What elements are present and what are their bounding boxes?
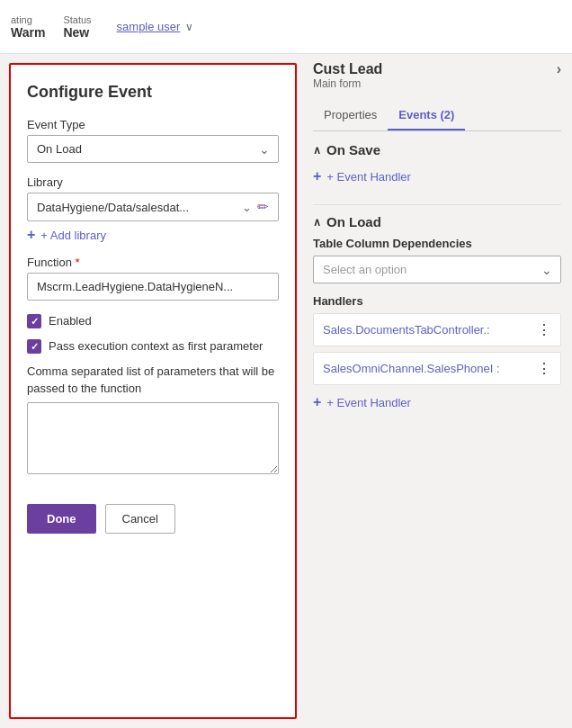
pass-execution-checkbox[interactable] xyxy=(27,339,41,354)
params-textarea[interactable] xyxy=(27,402,279,474)
plus-icon: + xyxy=(27,227,35,243)
handler-name-2[interactable]: SalesOmniChannel.SalesPhoneI : xyxy=(323,362,537,375)
on-load-label: On Load xyxy=(326,214,381,229)
function-input[interactable] xyxy=(27,273,279,301)
main-content: Configure Event Event Type On Load Libra… xyxy=(0,54,572,728)
table-column-select-wrapper[interactable]: Select an option xyxy=(313,256,561,283)
on-load-section-header: ∧ On Load xyxy=(313,214,561,229)
pass-execution-checkbox-row: Pass execution context as first paramete… xyxy=(27,338,279,355)
enabled-label: Enabled xyxy=(49,313,92,329)
enabled-checkbox[interactable] xyxy=(27,314,41,328)
chevron-right-icon: › xyxy=(557,61,561,77)
library-row: DataHygiene/Data/salesdat... ⌄ ✏ xyxy=(27,193,279,221)
handlers-label: Handlers xyxy=(313,294,561,308)
tab-properties[interactable]: Properties xyxy=(313,101,388,130)
add-load-handler-link[interactable]: + + Event Handler xyxy=(313,394,561,410)
function-group: Function xyxy=(27,256,279,301)
params-group: Comma separated list of parameters that … xyxy=(27,364,279,476)
configure-event-panel: Configure Event Event Type On Load Libra… xyxy=(9,63,297,719)
add-library-label: + Add library xyxy=(40,229,106,242)
handler-menu-icon-1[interactable]: ⋮ xyxy=(537,321,551,338)
tabs-row: Properties Events (2) xyxy=(313,101,561,131)
plus-icon: + xyxy=(313,168,321,184)
library-value: DataHygiene/Data/salesdat... xyxy=(37,201,237,214)
library-label: Library xyxy=(27,175,279,189)
function-label: Function xyxy=(27,256,279,269)
handler-menu-icon-2[interactable]: ⋮ xyxy=(537,360,551,377)
right-header: Cust Lead › Main form xyxy=(313,54,561,101)
event-type-select[interactable]: On Load xyxy=(27,135,279,163)
panel-title: Configure Event xyxy=(27,83,279,102)
cust-lead-title: Cust Lead › xyxy=(313,61,561,77)
enabled-checkbox-row: Enabled xyxy=(27,313,279,329)
on-save-label: On Save xyxy=(326,142,380,157)
main-form-label: Main form xyxy=(313,77,561,90)
top-bar: ating Warm Status New sample user ∨ xyxy=(0,0,572,54)
on-save-section-header: ∧ On Save xyxy=(313,142,561,157)
button-row: Done Cancel xyxy=(27,504,279,534)
rating-value: Warm xyxy=(11,25,45,40)
status-item: Status New xyxy=(63,14,91,40)
event-type-label: Event Type xyxy=(27,118,279,131)
event-type-group: Event Type On Load xyxy=(27,118,279,163)
event-type-select-wrapper[interactable]: On Load xyxy=(27,135,279,163)
chevron-up-icon-2: ∧ xyxy=(313,216,321,229)
divider xyxy=(313,204,561,205)
params-label: Comma separated list of parameters that … xyxy=(27,364,279,396)
rating-item: ating Warm xyxy=(11,14,45,40)
handler-name-1[interactable]: Sales.DocumentsTabController.: xyxy=(323,323,537,337)
cust-lead-name: Cust Lead xyxy=(313,61,382,77)
chevron-up-icon: ∧ xyxy=(313,144,321,157)
edit-icon[interactable]: ✏ xyxy=(257,199,269,215)
chevron-down-icon[interactable]: ∨ xyxy=(185,21,193,33)
status-label: Status xyxy=(63,14,91,25)
done-button[interactable]: Done xyxy=(27,504,96,534)
add-save-handler-label: + Event Handler xyxy=(326,170,411,184)
add-save-handler-link[interactable]: + + Event Handler xyxy=(313,168,561,184)
plus-icon-2: + xyxy=(313,394,321,410)
cancel-button[interactable]: Cancel xyxy=(105,504,175,534)
chevron-down-icon: ⌄ xyxy=(242,201,252,214)
add-load-handler-label: + Event Handler xyxy=(326,396,411,409)
tab-events[interactable]: Events (2) xyxy=(388,101,465,130)
right-panel: Cust Lead › Main form Properties Events … xyxy=(304,54,572,728)
library-group: Library DataHygiene/Data/salesdat... ⌄ ✏… xyxy=(27,175,279,243)
table-column-label: Table Column Dependencies xyxy=(313,237,561,250)
handler-item-1: Sales.DocumentsTabController.: ⋮ xyxy=(313,313,561,346)
rating-label: ating xyxy=(11,14,32,25)
user-section: sample user ∨ xyxy=(117,20,194,33)
add-library-link[interactable]: + + Add library xyxy=(27,227,279,243)
table-column-select[interactable]: Select an option xyxy=(313,256,561,283)
pass-execution-label: Pass execution context as first paramete… xyxy=(49,338,263,355)
status-value: New xyxy=(63,25,89,40)
handler-item-2: SalesOmniChannel.SalesPhoneI : ⋮ xyxy=(313,352,561,385)
user-name[interactable]: sample user xyxy=(117,20,181,33)
